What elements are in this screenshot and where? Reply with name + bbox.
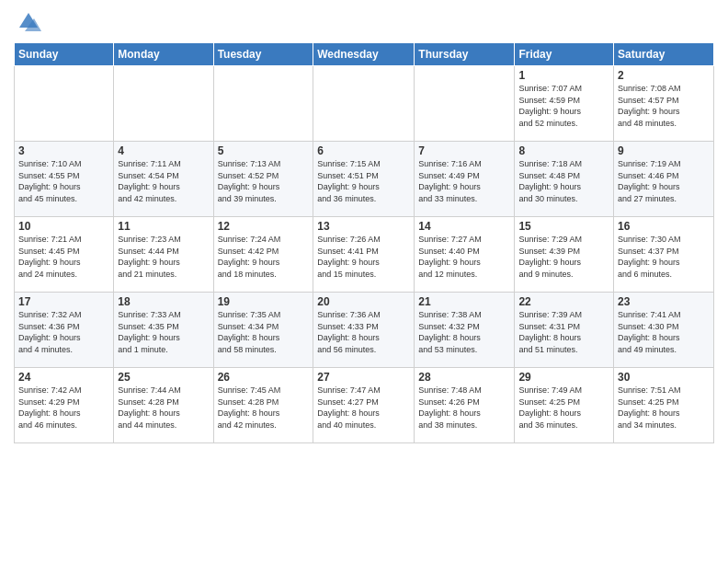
page-container: SundayMondayTuesdayWednesdayThursdayFrid… (0, 0, 728, 563)
calendar-cell-5: 5Sunrise: 7:13 AM Sunset: 4:52 PM Daylig… (213, 142, 313, 217)
calendar-cell-2: 2Sunrise: 7:08 AM Sunset: 4:57 PM Daylig… (614, 66, 714, 142)
calendar-cell-25: 25Sunrise: 7:44 AM Sunset: 4:28 PM Dayli… (114, 368, 213, 443)
calendar-cell-28: 28Sunrise: 7:48 AM Sunset: 4:26 PM Dayli… (415, 368, 515, 443)
day-info: Sunrise: 7:33 AM Sunset: 4:35 PM Dayligh… (118, 309, 209, 355)
calendar-cell-15: 15Sunrise: 7:29 AM Sunset: 4:39 PM Dayli… (515, 217, 614, 293)
day-info: Sunrise: 7:13 AM Sunset: 4:52 PM Dayligh… (218, 158, 310, 204)
day-info: Sunrise: 7:19 AM Sunset: 4:46 PM Dayligh… (618, 158, 710, 204)
day-info: Sunrise: 7:27 AM Sunset: 4:40 PM Dayligh… (418, 234, 510, 280)
calendar-cell-20: 20Sunrise: 7:36 AM Sunset: 4:33 PM Dayli… (313, 293, 415, 368)
day-number: 9 (618, 144, 710, 157)
day-number: 19 (218, 295, 310, 308)
day-info: Sunrise: 7:10 AM Sunset: 4:55 PM Dayligh… (18, 158, 109, 204)
day-info: Sunrise: 7:48 AM Sunset: 4:26 PM Dayligh… (418, 385, 510, 431)
day-info: Sunrise: 7:18 AM Sunset: 4:48 PM Dayligh… (518, 158, 609, 204)
day-info: Sunrise: 7:49 AM Sunset: 4:25 PM Dayligh… (518, 385, 609, 431)
calendar-cell-13: 13Sunrise: 7:26 AM Sunset: 4:41 PM Dayli… (313, 217, 415, 293)
calendar-cell-30: 30Sunrise: 7:51 AM Sunset: 4:25 PM Dayli… (614, 368, 714, 443)
logo-icon (16, 9, 41, 35)
calendar-header-saturday: Saturday (614, 43, 714, 66)
calendar-cell-16: 16Sunrise: 7:30 AM Sunset: 4:37 PM Dayli… (614, 217, 714, 293)
day-number: 27 (317, 371, 410, 384)
day-number: 14 (418, 220, 510, 233)
day-info: Sunrise: 7:08 AM Sunset: 4:57 PM Dayligh… (618, 83, 710, 129)
calendar-week-1: 1Sunrise: 7:07 AM Sunset: 4:59 PM Daylig… (15, 66, 714, 142)
calendar-week-2: 3Sunrise: 7:10 AM Sunset: 4:55 PM Daylig… (15, 142, 714, 217)
day-number: 23 (618, 295, 710, 308)
day-number: 3 (18, 144, 109, 157)
day-info: Sunrise: 7:32 AM Sunset: 4:36 PM Dayligh… (18, 309, 109, 355)
day-info: Sunrise: 7:11 AM Sunset: 4:54 PM Dayligh… (118, 158, 209, 204)
calendar-cell-8: 8Sunrise: 7:18 AM Sunset: 4:48 PM Daylig… (515, 142, 614, 217)
logo (14, 9, 41, 35)
day-number: 6 (317, 144, 410, 157)
calendar-cell-9: 9Sunrise: 7:19 AM Sunset: 4:46 PM Daylig… (614, 142, 714, 217)
day-number: 11 (118, 220, 209, 233)
day-number: 21 (418, 295, 510, 308)
day-number: 5 (218, 144, 310, 157)
day-info: Sunrise: 7:16 AM Sunset: 4:49 PM Dayligh… (418, 158, 510, 204)
day-number: 2 (618, 69, 710, 82)
calendar-cell-4: 4Sunrise: 7:11 AM Sunset: 4:54 PM Daylig… (114, 142, 213, 217)
calendar-table: SundayMondayTuesdayWednesdayThursdayFrid… (14, 42, 714, 443)
day-number: 13 (317, 220, 410, 233)
calendar-header-wednesday: Wednesday (313, 43, 415, 66)
day-info: Sunrise: 7:15 AM Sunset: 4:51 PM Dayligh… (317, 158, 410, 204)
calendar-cell-11: 11Sunrise: 7:23 AM Sunset: 4:44 PM Dayli… (114, 217, 213, 293)
day-info: Sunrise: 7:42 AM Sunset: 4:29 PM Dayligh… (18, 385, 109, 431)
day-number: 26 (218, 371, 310, 384)
day-info: Sunrise: 7:47 AM Sunset: 4:27 PM Dayligh… (317, 385, 410, 431)
day-info: Sunrise: 7:29 AM Sunset: 4:39 PM Dayligh… (518, 234, 609, 280)
day-info: Sunrise: 7:35 AM Sunset: 4:34 PM Dayligh… (218, 309, 310, 355)
calendar-cell-14: 14Sunrise: 7:27 AM Sunset: 4:40 PM Dayli… (415, 217, 515, 293)
calendar-cell-24: 24Sunrise: 7:42 AM Sunset: 4:29 PM Dayli… (15, 368, 114, 443)
calendar-week-3: 10Sunrise: 7:21 AM Sunset: 4:45 PM Dayli… (15, 217, 714, 293)
day-number: 22 (518, 295, 609, 308)
day-info: Sunrise: 7:21 AM Sunset: 4:45 PM Dayligh… (18, 234, 109, 280)
day-number: 29 (518, 371, 609, 384)
calendar-header-tuesday: Tuesday (213, 43, 313, 66)
calendar-cell-22: 22Sunrise: 7:39 AM Sunset: 4:31 PM Dayli… (515, 293, 614, 368)
day-number: 28 (418, 371, 510, 384)
day-number: 17 (18, 295, 109, 308)
calendar-cell-21: 21Sunrise: 7:38 AM Sunset: 4:32 PM Dayli… (415, 293, 515, 368)
day-info: Sunrise: 7:30 AM Sunset: 4:37 PM Dayligh… (618, 234, 710, 280)
calendar-cell-3: 3Sunrise: 7:10 AM Sunset: 4:55 PM Daylig… (15, 142, 114, 217)
calendar-cell-empty (415, 66, 515, 142)
calendar-cell-19: 19Sunrise: 7:35 AM Sunset: 4:34 PM Dayli… (213, 293, 313, 368)
day-info: Sunrise: 7:07 AM Sunset: 4:59 PM Dayligh… (518, 83, 609, 129)
calendar-cell-12: 12Sunrise: 7:24 AM Sunset: 4:42 PM Dayli… (213, 217, 313, 293)
calendar-cell-empty (313, 66, 415, 142)
calendar-week-4: 17Sunrise: 7:32 AM Sunset: 4:36 PM Dayli… (15, 293, 714, 368)
calendar-cell-1: 1Sunrise: 7:07 AM Sunset: 4:59 PM Daylig… (515, 66, 614, 142)
day-info: Sunrise: 7:24 AM Sunset: 4:42 PM Dayligh… (218, 234, 310, 280)
day-number: 25 (118, 371, 209, 384)
day-info: Sunrise: 7:41 AM Sunset: 4:30 PM Dayligh… (618, 309, 710, 355)
calendar-cell-29: 29Sunrise: 7:49 AM Sunset: 4:25 PM Dayli… (515, 368, 614, 443)
day-info: Sunrise: 7:44 AM Sunset: 4:28 PM Dayligh… (118, 385, 209, 431)
calendar-cell-23: 23Sunrise: 7:41 AM Sunset: 4:30 PM Dayli… (614, 293, 714, 368)
day-number: 4 (118, 144, 209, 157)
calendar-cell-empty (15, 66, 114, 142)
calendar-cell-10: 10Sunrise: 7:21 AM Sunset: 4:45 PM Dayli… (15, 217, 114, 293)
day-info: Sunrise: 7:38 AM Sunset: 4:32 PM Dayligh… (418, 309, 510, 355)
day-number: 10 (18, 220, 109, 233)
day-number: 12 (218, 220, 310, 233)
calendar-header-sunday: Sunday (15, 43, 114, 66)
day-info: Sunrise: 7:36 AM Sunset: 4:33 PM Dayligh… (317, 309, 410, 355)
day-number: 24 (18, 371, 109, 384)
calendar-header-monday: Monday (114, 43, 213, 66)
calendar-cell-26: 26Sunrise: 7:45 AM Sunset: 4:28 PM Dayli… (213, 368, 313, 443)
calendar-header-friday: Friday (515, 43, 614, 66)
logo-text-block (14, 9, 41, 35)
header (14, 9, 714, 35)
calendar-cell-empty (114, 66, 213, 142)
day-number: 16 (618, 220, 710, 233)
day-number: 7 (418, 144, 510, 157)
day-number: 30 (618, 371, 710, 384)
day-number: 8 (518, 144, 609, 157)
calendar-cell-7: 7Sunrise: 7:16 AM Sunset: 4:49 PM Daylig… (415, 142, 515, 217)
calendar-week-5: 24Sunrise: 7:42 AM Sunset: 4:29 PM Dayli… (15, 368, 714, 443)
day-number: 18 (118, 295, 209, 308)
day-info: Sunrise: 7:39 AM Sunset: 4:31 PM Dayligh… (518, 309, 609, 355)
